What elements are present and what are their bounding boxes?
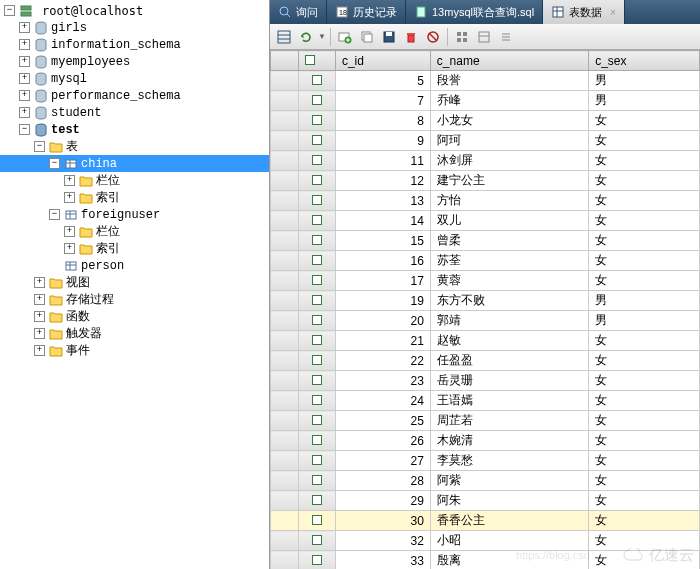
cell-id[interactable]: 14 bbox=[335, 211, 430, 231]
table-row[interactable]: 25周芷若女 bbox=[271, 411, 700, 431]
row-checkbox[interactable] bbox=[299, 551, 335, 570]
cell-id[interactable]: 13 bbox=[335, 191, 430, 211]
row-checkbox[interactable] bbox=[299, 191, 335, 211]
table-sub-idx_label[interactable]: +索引 bbox=[0, 189, 269, 206]
table-china[interactable]: −china bbox=[0, 155, 269, 172]
expand-icon[interactable]: + bbox=[34, 345, 45, 356]
table-row[interactable]: 26木婉清女 bbox=[271, 431, 700, 451]
checkbox-icon[interactable] bbox=[312, 95, 322, 105]
row-checkbox[interactable] bbox=[299, 431, 335, 451]
cell-sex[interactable]: 女 bbox=[589, 471, 700, 491]
cell-sex[interactable]: 女 bbox=[589, 191, 700, 211]
cell-name[interactable]: 曾柔 bbox=[430, 231, 588, 251]
cell-id[interactable]: 30 bbox=[335, 511, 430, 531]
row-checkbox[interactable] bbox=[299, 451, 335, 471]
cell-id[interactable]: 15 bbox=[335, 231, 430, 251]
cell-name[interactable]: 方怡 bbox=[430, 191, 588, 211]
cell-id[interactable]: 21 bbox=[335, 331, 430, 351]
cell-id[interactable]: 20 bbox=[335, 311, 430, 331]
cell-id[interactable]: 26 bbox=[335, 431, 430, 451]
cell-id[interactable]: 19 bbox=[335, 291, 430, 311]
row-checkbox[interactable] bbox=[299, 351, 335, 371]
cell-name[interactable]: 东方不败 bbox=[430, 291, 588, 311]
cell-id[interactable]: 29 bbox=[335, 491, 430, 511]
table-row[interactable]: 9阿珂女 bbox=[271, 131, 700, 151]
cell-id[interactable]: 32 bbox=[335, 531, 430, 551]
cell-name[interactable]: 周芷若 bbox=[430, 411, 588, 431]
checkbox-icon[interactable] bbox=[312, 435, 322, 445]
events-folder[interactable]: + 事件 bbox=[0, 342, 269, 359]
column-c_id[interactable]: c_id bbox=[335, 51, 430, 71]
triggers-folder[interactable]: + 触发器 bbox=[0, 325, 269, 342]
expand-icon[interactable]: + bbox=[19, 73, 30, 84]
checkbox-col[interactable] bbox=[299, 51, 335, 71]
cell-sex[interactable]: 男 bbox=[589, 91, 700, 111]
table-row[interactable]: 13方怡女 bbox=[271, 191, 700, 211]
table-row[interactable]: 20郭靖男 bbox=[271, 311, 700, 331]
row-checkbox[interactable] bbox=[299, 491, 335, 511]
cell-name[interactable]: 王语嫣 bbox=[430, 391, 588, 411]
cell-sex[interactable]: 女 bbox=[589, 351, 700, 371]
column-c_sex[interactable]: c_sex bbox=[589, 51, 700, 71]
table-foreignuser[interactable]: −foreignuser bbox=[0, 206, 269, 223]
checkbox-icon[interactable] bbox=[312, 515, 322, 525]
views-folder[interactable]: + 视图 bbox=[0, 274, 269, 291]
row-checkbox[interactable] bbox=[299, 271, 335, 291]
cell-id[interactable]: 5 bbox=[335, 71, 430, 91]
table-row[interactable]: 24王语嫣女 bbox=[271, 391, 700, 411]
row-checkbox[interactable] bbox=[299, 471, 335, 491]
row-checkbox[interactable] bbox=[299, 411, 335, 431]
row-checkbox[interactable] bbox=[299, 211, 335, 231]
cell-sex[interactable]: 女 bbox=[589, 451, 700, 471]
cell-name[interactable]: 殷离 bbox=[430, 551, 588, 570]
db-mysql[interactable]: +mysql bbox=[0, 70, 269, 87]
table-row[interactable]: 22任盈盈女 bbox=[271, 351, 700, 371]
table-row[interactable]: 32小昭女 bbox=[271, 531, 700, 551]
db-student[interactable]: +student bbox=[0, 104, 269, 121]
expand-icon[interactable]: + bbox=[64, 243, 75, 254]
table-row[interactable]: 7乔峰男 bbox=[271, 91, 700, 111]
row-checkbox[interactable] bbox=[299, 91, 335, 111]
checkbox-icon[interactable] bbox=[312, 295, 322, 305]
checkbox-icon[interactable] bbox=[312, 175, 322, 185]
table-row[interactable]: 11沐剑屏女 bbox=[271, 151, 700, 171]
row-checkbox[interactable] bbox=[299, 391, 335, 411]
cell-name[interactable]: 郭靖 bbox=[430, 311, 588, 331]
view-grid-button[interactable] bbox=[452, 27, 472, 47]
cell-name[interactable]: 赵敏 bbox=[430, 331, 588, 351]
cell-sex[interactable]: 男 bbox=[589, 311, 700, 331]
delete-button[interactable] bbox=[401, 27, 421, 47]
cell-name[interactable]: 李莫愁 bbox=[430, 451, 588, 471]
cell-id[interactable]: 12 bbox=[335, 171, 430, 191]
table-row[interactable]: 23岳灵珊女 bbox=[271, 371, 700, 391]
cell-sex[interactable]: 女 bbox=[589, 391, 700, 411]
table-row[interactable]: 14双儿女 bbox=[271, 211, 700, 231]
cell-name[interactable]: 乔峰 bbox=[430, 91, 588, 111]
checkbox-icon[interactable] bbox=[312, 455, 322, 465]
db-girls[interactable]: +girls bbox=[0, 19, 269, 36]
column-c_name[interactable]: c_name bbox=[430, 51, 588, 71]
expand-icon[interactable]: + bbox=[64, 175, 75, 186]
row-checkbox[interactable] bbox=[299, 331, 335, 351]
expand-icon[interactable]: + bbox=[34, 311, 45, 322]
row-checkbox[interactable] bbox=[299, 231, 335, 251]
db-myemployees[interactable]: +myemployees bbox=[0, 53, 269, 70]
checkbox-icon[interactable] bbox=[312, 395, 322, 405]
refresh-button[interactable] bbox=[296, 27, 316, 47]
cell-name[interactable]: 任盈盈 bbox=[430, 351, 588, 371]
expand-icon[interactable]: + bbox=[64, 226, 75, 237]
expand-icon[interactable]: + bbox=[19, 90, 30, 101]
cell-sex[interactable]: 女 bbox=[589, 251, 700, 271]
table-sub-cols_label[interactable]: +栏位 bbox=[0, 223, 269, 240]
cell-id[interactable]: 16 bbox=[335, 251, 430, 271]
db-information_schema[interactable]: +information_schema bbox=[0, 36, 269, 53]
checkbox-icon[interactable] bbox=[312, 335, 322, 345]
copy-button[interactable] bbox=[357, 27, 377, 47]
cancel-button[interactable] bbox=[423, 27, 443, 47]
cell-sex[interactable]: 女 bbox=[589, 431, 700, 451]
cell-id[interactable]: 8 bbox=[335, 111, 430, 131]
cell-name[interactable]: 建宁公主 bbox=[430, 171, 588, 191]
cell-name[interactable]: 黄蓉 bbox=[430, 271, 588, 291]
cell-id[interactable]: 28 bbox=[335, 471, 430, 491]
cell-name[interactable]: 岳灵珊 bbox=[430, 371, 588, 391]
